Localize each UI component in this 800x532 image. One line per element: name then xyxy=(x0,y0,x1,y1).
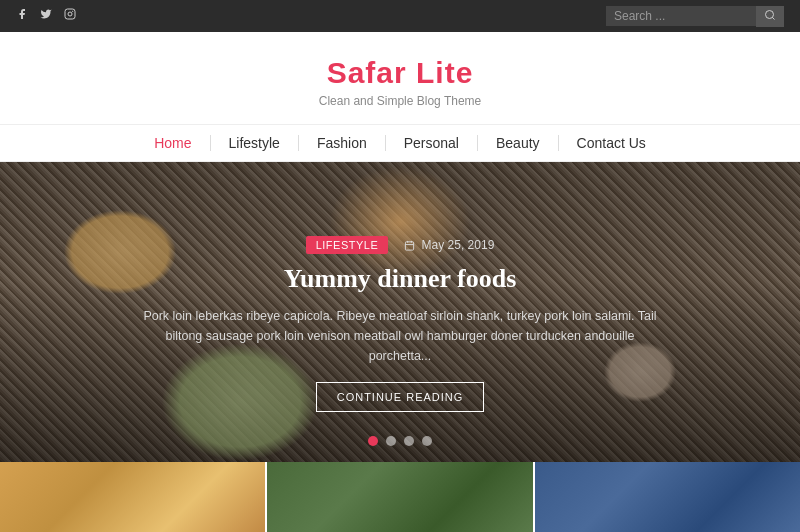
search-button[interactable] xyxy=(756,6,784,27)
main-nav: Home Lifestyle Fashion Personal Beauty C… xyxy=(0,124,800,162)
dot-1[interactable] xyxy=(368,436,378,446)
hero-title: Yummy dinner foods xyxy=(0,264,800,294)
site-header: Safar Lite Clean and Simple Blog Theme xyxy=(0,32,800,124)
svg-point-2 xyxy=(73,11,74,12)
hero-dots xyxy=(0,436,800,446)
svg-point-1 xyxy=(68,12,72,16)
thumbnail-1[interactable] xyxy=(0,462,265,532)
hero-section: LIFESTYLE May 25, 2019 Yummy dinner food… xyxy=(0,162,800,462)
site-tagline: Clean and Simple Blog Theme xyxy=(0,94,800,108)
dot-4[interactable] xyxy=(422,436,432,446)
nav-item-home[interactable]: Home xyxy=(136,135,210,151)
svg-point-3 xyxy=(766,10,774,18)
thumbnail-3[interactable] xyxy=(535,462,800,532)
nav-item-contact[interactable]: Contact Us xyxy=(559,135,664,151)
hero-excerpt: Pork loin leberkas ribeye capicola. Ribe… xyxy=(140,306,660,366)
hero-meta: LIFESTYLE May 25, 2019 xyxy=(0,236,800,254)
thumbnail-2[interactable] xyxy=(267,462,532,532)
instagram-icon[interactable] xyxy=(64,8,76,24)
svg-rect-5 xyxy=(406,242,414,250)
search-bar xyxy=(606,6,784,27)
facebook-icon[interactable] xyxy=(16,8,28,24)
site-title: Safar Lite xyxy=(0,56,800,90)
hero-category-tag[interactable]: LIFESTYLE xyxy=(306,236,389,254)
search-input[interactable] xyxy=(606,6,756,26)
dot-3[interactable] xyxy=(404,436,414,446)
twitter-icon[interactable] xyxy=(40,8,52,24)
hero-content: LIFESTYLE May 25, 2019 Yummy dinner food… xyxy=(0,236,800,412)
svg-line-4 xyxy=(772,17,774,19)
top-bar xyxy=(0,0,800,32)
svg-rect-0 xyxy=(65,9,75,19)
nav-item-beauty[interactable]: Beauty xyxy=(478,135,559,151)
dot-2[interactable] xyxy=(386,436,396,446)
continue-reading-button[interactable]: CONTINUE READING xyxy=(316,382,485,412)
page-wrapper: Safar Lite Clean and Simple Blog Theme H… xyxy=(0,0,800,532)
nav-item-personal[interactable]: Personal xyxy=(386,135,478,151)
hero-date: May 25, 2019 xyxy=(404,238,494,252)
nav-item-fashion[interactable]: Fashion xyxy=(299,135,386,151)
nav-item-lifestyle[interactable]: Lifestyle xyxy=(211,135,299,151)
social-icons xyxy=(16,8,76,24)
thumbnail-row xyxy=(0,462,800,532)
